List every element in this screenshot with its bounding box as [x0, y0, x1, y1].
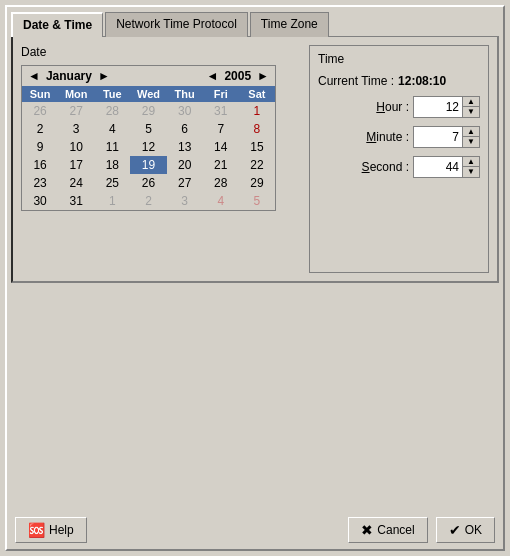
current-time-row: Current Time : 12:08:10 [318, 74, 480, 88]
hour-label: Hour : [376, 100, 409, 114]
second-spinner-buttons: ▲ ▼ [462, 157, 479, 177]
content-spacer [7, 283, 503, 511]
cancel-button[interactable]: ✖ Cancel [348, 517, 427, 543]
calendar-day[interactable]: 26 [130, 174, 166, 192]
tab-time-zone[interactable]: Time Zone [250, 12, 329, 37]
year-nav-right: ◄ 2005 ► [205, 69, 271, 83]
second-label: Second : [362, 160, 409, 174]
calendar-day[interactable]: 13 [167, 138, 203, 156]
date-label: Date [21, 45, 301, 59]
date-section: Date ◄ January ► ◄ 2005 ► [21, 45, 301, 273]
calendar-day[interactable]: 27 [167, 174, 203, 192]
hour-up-button[interactable]: ▲ [463, 97, 479, 107]
hour-input[interactable] [414, 99, 462, 115]
hour-row: Hour : ▲ ▼ [318, 96, 480, 118]
calendar-day[interactable]: 24 [58, 174, 94, 192]
time-section: Time Current Time : 12:08:10 Hour : ▲ ▼ … [309, 45, 489, 273]
hour-down-button[interactable]: ▼ [463, 107, 479, 117]
ok-icon: ✔ [449, 522, 461, 538]
ok-button[interactable]: ✔ OK [436, 517, 495, 543]
calendar-day[interactable]: 3 [58, 120, 94, 138]
next-year-arrow[interactable]: ► [255, 69, 271, 83]
calendar-day[interactable]: 17 [58, 156, 94, 174]
calendar-day[interactable]: 20 [167, 156, 203, 174]
col-sat: Sat [239, 86, 275, 102]
hour-spinner[interactable]: ▲ ▼ [413, 96, 480, 118]
calendar-day[interactable]: 14 [203, 138, 239, 156]
col-thu: Thu [167, 86, 203, 102]
tab-content: Date ◄ January ► ◄ 2005 ► [11, 36, 499, 283]
minute-down-button[interactable]: ▼ [463, 137, 479, 147]
calendar-week-row: 9101112131415 [22, 138, 275, 156]
calendar-day[interactable]: 4 [94, 120, 130, 138]
calendar-day[interactable]: 28 [94, 102, 130, 120]
time-label: Time [318, 52, 480, 66]
calendar-day[interactable]: 2 [22, 120, 58, 138]
calendar-day[interactable]: 3 [167, 192, 203, 210]
prev-month-arrow[interactable]: ◄ [26, 69, 42, 83]
calendar-day[interactable]: 31 [203, 102, 239, 120]
calendar-day[interactable]: 5 [239, 192, 275, 210]
calendar-day[interactable]: 30 [22, 192, 58, 210]
calendar-day[interactable]: 5 [130, 120, 166, 138]
calendar-day[interactable]: 19 [130, 156, 166, 174]
second-input[interactable] [414, 159, 462, 175]
next-month-arrow[interactable]: ► [96, 69, 112, 83]
calendar-day[interactable]: 29 [130, 102, 166, 120]
bottom-bar: 🆘 Help ✖ Cancel ✔ OK [7, 511, 503, 549]
tab-network-time-protocol[interactable]: Network Time Protocol [105, 12, 248, 37]
calendar-day[interactable]: 30 [167, 102, 203, 120]
help-icon: 🆘 [28, 522, 45, 538]
calendar-week-row: 2627282930311 [22, 102, 275, 120]
calendar-day[interactable]: 22 [239, 156, 275, 174]
tab-date-time[interactable]: Date & Time [11, 12, 103, 37]
cancel-icon: ✖ [361, 522, 373, 538]
dialog: Date & Time Network Time Protocol Time Z… [5, 5, 505, 551]
minute-input[interactable] [414, 129, 462, 145]
minute-spinner[interactable]: ▲ ▼ [413, 126, 480, 148]
calendar-day[interactable]: 10 [58, 138, 94, 156]
calendar-day[interactable]: 1 [239, 102, 275, 120]
calendar-day[interactable]: 1 [94, 192, 130, 210]
month-name: January [46, 69, 92, 83]
second-spinner[interactable]: ▲ ▼ [413, 156, 480, 178]
second-up-button[interactable]: ▲ [463, 157, 479, 167]
calendar-day[interactable]: 16 [22, 156, 58, 174]
calendar-day[interactable]: 4 [203, 192, 239, 210]
calendar-day[interactable]: 23 [22, 174, 58, 192]
calendar-day[interactable]: 27 [58, 102, 94, 120]
calendar-day[interactable]: 25 [94, 174, 130, 192]
calendar-week-row: 16171819202122 [22, 156, 275, 174]
calendar-box: ◄ January ► ◄ 2005 ► Sun Mon [21, 65, 276, 211]
current-time-value: 12:08:10 [398, 74, 446, 88]
calendar-day[interactable]: 26 [22, 102, 58, 120]
col-mon: Mon [58, 86, 94, 102]
minute-up-button[interactable]: ▲ [463, 127, 479, 137]
year-value: 2005 [224, 69, 251, 83]
current-time-label: Current Time : [318, 74, 394, 88]
col-wed: Wed [130, 86, 166, 102]
prev-year-arrow[interactable]: ◄ [205, 69, 221, 83]
help-button[interactable]: 🆘 Help [15, 517, 87, 543]
calendar-day[interactable]: 2 [130, 192, 166, 210]
month-nav: ◄ January ► ◄ 2005 ► [22, 66, 275, 86]
calendar-day[interactable]: 21 [203, 156, 239, 174]
calendar-day[interactable]: 29 [239, 174, 275, 192]
second-down-button[interactable]: ▼ [463, 167, 479, 177]
hour-spinner-buttons: ▲ ▼ [462, 97, 479, 117]
calendar-day[interactable]: 18 [94, 156, 130, 174]
minute-spinner-buttons: ▲ ▼ [462, 127, 479, 147]
ok-cancel-group: ✖ Cancel ✔ OK [348, 517, 495, 543]
calendar-day[interactable]: 7 [203, 120, 239, 138]
calendar-day[interactable]: 9 [22, 138, 58, 156]
col-tue: Tue [94, 86, 130, 102]
calendar-day[interactable]: 8 [239, 120, 275, 138]
calendar-day[interactable]: 31 [58, 192, 94, 210]
calendar-week-row: 23242526272829 [22, 174, 275, 192]
calendar-day[interactable]: 11 [94, 138, 130, 156]
calendar-day[interactable]: 6 [167, 120, 203, 138]
calendar-day[interactable]: 28 [203, 174, 239, 192]
calendar-day[interactable]: 15 [239, 138, 275, 156]
calendar-day[interactable]: 12 [130, 138, 166, 156]
month-nav-left: ◄ January ► [26, 69, 112, 83]
